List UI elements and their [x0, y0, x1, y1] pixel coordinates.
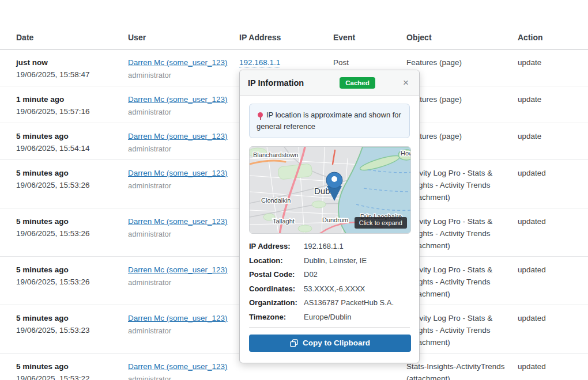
user-cell: Darren Mc (some_user_123) administrator — [128, 130, 239, 155]
field-label: Organization: — [249, 298, 304, 307]
user-role: administrator — [128, 180, 231, 192]
map-label-dundrum: Dundrum — [322, 216, 348, 223]
user-role: administrator — [128, 373, 231, 380]
user-role: administrator — [128, 69, 231, 81]
date-cell: 5 minutes ago 19/06/2025, 15:53:23 — [16, 312, 128, 348]
date-cell: just now 19/06/2025, 15:58:47 — [16, 56, 128, 81]
ip-location-note: IP location is approximate and shown for… — [249, 104, 410, 138]
action-cell: updated — [518, 167, 588, 203]
action-cell: update — [518, 56, 588, 81]
object-cell: Stats-Insights-ActivityTrends (attachmen… — [406, 360, 516, 380]
column-header-date: Date — [16, 33, 128, 49]
user-link[interactable]: Darren Mc (some_user_123) — [128, 314, 228, 322]
action-cell: update — [518, 93, 588, 118]
field-location: Location: Dublin, Leinster, IE — [249, 256, 410, 265]
user-link[interactable]: Darren Mc (some_user_123) — [128, 362, 228, 371]
relative-time: just now — [16, 56, 120, 69]
date-cell: 5 minutes ago 19/06/2025, 15:53:26 — [16, 264, 128, 300]
table-header-row: Date User IP Address Event Object Action — [0, 23, 588, 50]
action-cell: updated — [518, 360, 588, 380]
map-label-clondalkin: Clondalkin — [261, 197, 291, 204]
field-postal-code: Postal Code: D02 — [249, 270, 410, 279]
field-label: Postal Code: — [249, 270, 304, 279]
map-label-howth: Howth — [401, 150, 411, 157]
user-cell: Darren Mc (some_user_123) administrator — [128, 360, 239, 380]
note-text: IP location is approximate and shown for… — [257, 111, 401, 131]
object-cell: Activity Log Pro - Stats & Insights - Ac… — [406, 215, 516, 252]
absolute-datetime: 19/06/2025, 15:57:16 — [16, 105, 120, 117]
user-link[interactable]: Darren Mc (some_user_123) — [128, 217, 228, 226]
ip-address-link[interactable]: 192.168.1.1 — [239, 58, 280, 67]
date-cell: 5 minutes ago 19/06/2025, 15:54:14 — [16, 130, 128, 155]
ip-information-popup: IP Information Cached × IP location is a… — [239, 70, 420, 363]
user-link[interactable]: Darren Mc (some_user_123) — [128, 95, 228, 104]
object-cell: Activity Log Pro - Stats & Insights - Ac… — [406, 264, 516, 300]
user-role: administrator — [128, 276, 231, 288]
action-cell: update — [518, 130, 588, 155]
field-label: Location: — [249, 256, 304, 265]
field-label: IP Address: — [249, 242, 304, 250]
absolute-datetime: 19/06/2025, 15:53:23 — [16, 324, 120, 336]
user-cell: Darren Mc (some_user_123) administrator — [128, 312, 239, 348]
field-value: 53.XXXX,-6.XXXX — [304, 284, 410, 293]
map-label-blanchardstown: Blanchardstown — [253, 151, 298, 158]
activity-log-page: Date User IP Address Event Object Action… — [0, 0, 588, 380]
object-cell: Activity Log Pro - Stats & Insights - Ac… — [406, 167, 516, 203]
relative-time: 5 minutes ago — [16, 167, 120, 179]
date-cell: 5 minutes ago 19/06/2025, 15:53:26 — [16, 167, 128, 203]
action-cell: updated — [518, 215, 588, 252]
user-role: administrator — [128, 143, 231, 155]
absolute-datetime: 19/06/2025, 15:58:47 — [16, 69, 120, 81]
field-value: 192.168.1.1 — [304, 242, 410, 250]
relative-time: 5 minutes ago — [16, 215, 120, 227]
user-link[interactable]: Darren Mc (some_user_123) — [128, 265, 228, 274]
popup-title: IP Information — [248, 78, 304, 88]
absolute-datetime: 19/06/2025, 15:53:26 — [16, 227, 120, 240]
field-label: Coordinates: — [249, 284, 304, 293]
location-map[interactable]: Blanchardstown Howth Dublin Clondalkin T… — [249, 146, 411, 234]
field-coordinates: Coordinates: 53.XXXX,-6.XXXX — [249, 284, 410, 293]
absolute-datetime: 19/06/2025, 15:54:14 — [16, 142, 120, 154]
relative-time: 5 minutes ago — [16, 360, 120, 373]
column-header-user: User — [128, 33, 239, 49]
absolute-datetime: 19/06/2025, 15:53:26 — [16, 276, 120, 288]
event-cell — [333, 360, 406, 380]
column-header-ip: IP Address — [239, 33, 333, 49]
close-icon[interactable]: × — [401, 77, 411, 89]
action-cell: updated — [518, 312, 588, 348]
user-link[interactable]: Darren Mc (some_user_123) — [128, 132, 228, 140]
popup-header: IP Information Cached × — [240, 70, 419, 96]
relative-time: 5 minutes ago — [16, 312, 120, 324]
user-cell: Darren Mc (some_user_123) administrator — [128, 93, 239, 118]
field-value: Dublin, Leinster, IE — [304, 256, 410, 265]
cached-badge: Cached — [340, 77, 375, 89]
field-value: D02 — [304, 270, 410, 279]
user-link[interactable]: Darren Mc (some_user_123) — [128, 169, 228, 177]
copy-to-clipboard-button[interactable]: Copy to Clipboard — [249, 335, 411, 352]
user-link[interactable]: Darren Mc (some_user_123) — [128, 58, 228, 67]
field-value: Europe/Dublin — [304, 313, 410, 321]
user-role: administrator — [128, 228, 231, 240]
field-organization: Organization: AS136787 PacketHub S.A. — [249, 298, 410, 307]
relative-time: 1 minute ago — [16, 93, 120, 105]
field-ip-address: IP Address: 192.168.1.1 — [249, 242, 410, 250]
absolute-datetime: 19/06/2025, 15:53:26 — [16, 179, 120, 191]
field-label: Timezone: — [249, 313, 304, 321]
relative-time: 5 minutes ago — [16, 264, 120, 276]
map-expand-tooltip: Click to expand — [355, 217, 407, 229]
popup-divider — [249, 327, 410, 328]
user-cell: Darren Mc (some_user_123) administrator — [128, 215, 239, 252]
column-header-object: Object — [406, 33, 518, 49]
absolute-datetime: 19/06/2025, 15:53:22 — [16, 373, 120, 380]
field-timezone: Timezone: Europe/Dublin — [249, 313, 410, 321]
field-value: AS136787 PacketHub S.A. — [304, 298, 410, 307]
user-cell: Darren Mc (some_user_123) administrator — [128, 56, 239, 81]
ip-details-list: IP Address: 192.168.1.1 Location: Dublin… — [249, 242, 410, 321]
map-label-tallaght: Tallaght — [273, 218, 295, 225]
column-header-event: Event — [333, 33, 406, 49]
pin-icon — [258, 112, 263, 117]
object-cell: Features (page) — [406, 130, 516, 155]
user-cell: Darren Mc (some_user_123) administrator — [128, 167, 239, 203]
user-role: administrator — [128, 325, 231, 337]
relative-time: 5 minutes ago — [16, 130, 120, 142]
